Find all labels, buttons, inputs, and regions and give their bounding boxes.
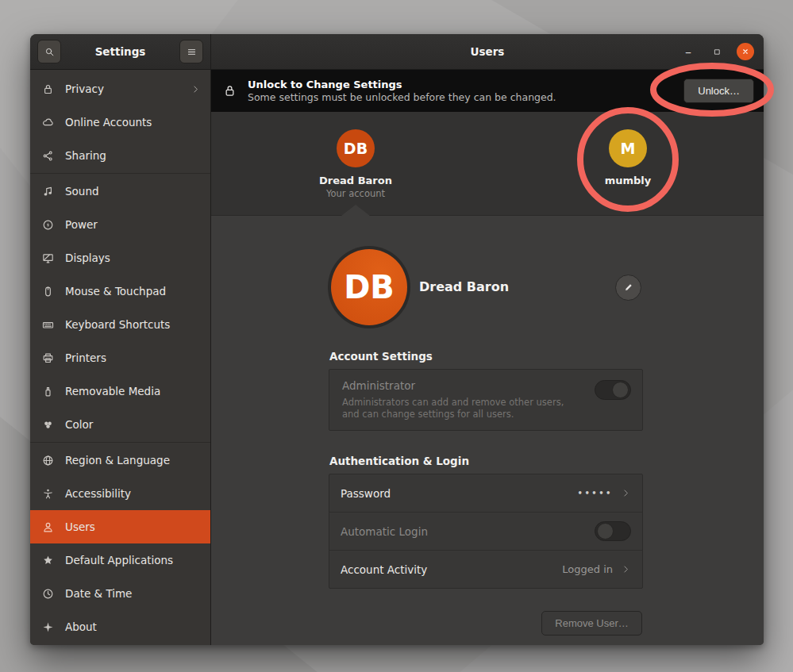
profile-name: Dread Baron [419,279,509,294]
lock-icon [41,83,55,96]
remove-user-button[interactable]: Remove User… [541,611,642,636]
lock-icon [222,83,237,98]
password-value: ••••• [578,489,613,497]
chevron-right-icon [191,84,201,94]
clock-icon [41,587,55,601]
sidebar-item-label: Accessibility [65,487,131,500]
star-icon [41,554,55,567]
hamburger-icon [186,46,198,58]
avatar: DB [337,129,375,167]
profile-avatar-button[interactable]: DB [328,246,410,328]
avatar: M [609,129,647,167]
person-icon [41,520,55,534]
sidebar-item-printers[interactable]: Printers [30,341,210,374]
users-panel: DB Dread Baron Account Settings Administ… [211,216,764,645]
keyboard-icon [41,318,55,332]
flash-drive-icon [41,385,55,398]
sidebar-item-accessibility[interactable]: Accessibility [30,477,210,510]
unlock-button[interactable]: Unlock… [683,79,754,103]
display-icon [41,252,55,265]
user-name: mumbly [605,175,652,186]
sidebar-item-label: Date & Time [65,587,132,600]
power-icon [41,218,55,232]
sidebar-item-label: Default Applications [65,554,173,566]
mouse-icon [41,285,55,298]
user-note: Your account [326,188,385,199]
sidebar-item-label: Sharing [65,149,106,162]
sidebar-item-label: Printers [65,351,106,364]
automatic-login-toggle[interactable] [595,521,631,541]
sidebar-item-sharing[interactable]: Sharing [30,139,210,172]
account-activity-row[interactable]: Account Activity Logged in [329,550,642,588]
password-label: Password [341,487,391,500]
printer-icon [41,351,55,365]
main-headerbar: Users – [211,34,764,70]
sidebar-item-label: Power [65,218,98,231]
sidebar-headerbar: Settings [30,34,211,70]
sidebar-item-privacy[interactable]: Privacy [30,72,210,106]
sidebar-item-online-accounts[interactable]: Online Accounts [30,106,210,139]
sidebar-item-label: Mouse & Touchpad [65,285,166,298]
sidebar-item-mouse-touchpad[interactable]: Mouse & Touchpad [30,275,210,308]
search-button[interactable] [37,40,61,63]
cloud-icon [41,116,55,129]
sidebar-separator [30,442,210,443]
sparkle-icon [41,620,55,634]
sidebar-item-sound[interactable]: Sound [30,175,210,208]
sidebar-item-date-time[interactable]: Date & Time [30,577,210,610]
settings-window: Settings Users – Privacy Online Accounts [30,34,764,645]
account-settings-heading: Account Settings [329,350,433,363]
sidebar-item-label: Online Accounts [65,116,152,129]
pencil-icon [622,282,634,294]
sidebar-item-about[interactable]: About [30,610,210,643]
sidebar-item-region-language[interactable]: Region & Language [30,444,210,477]
administrator-row: Administrator Administrators can add and… [329,369,643,431]
color-circles-icon [41,418,55,432]
banner-subtitle: Some settings must be unlocked before th… [248,91,556,104]
chevron-right-icon [621,488,631,498]
sidebar-item-label: Color [65,418,93,431]
banner-title: Unlock to Change Settings [248,78,556,91]
authentication-card: Password ••••• Automatic Login Account A… [329,474,643,589]
sidebar-item-label: About [65,620,97,633]
globe-icon [41,454,55,467]
chevron-right-icon [621,564,631,574]
carousel-user-dread-baron[interactable]: DB Dread Baron Your account [296,129,415,199]
administrator-toggle[interactable] [595,380,631,400]
sidebar-item-label: Keyboard Shortcuts [65,318,170,331]
sidebar-item-users[interactable]: Users [30,510,210,543]
sidebar-item-default-applications[interactable]: Default Applications [30,543,210,577]
automatic-login-row: Automatic Login [329,512,642,550]
edit-name-button[interactable] [615,275,641,301]
sidebar-separator [30,173,210,174]
sidebar-item-label: Displays [65,252,110,264]
avatar: DB [331,249,407,325]
accessibility-icon [41,487,55,501]
sidebar-item-keyboard-shortcuts[interactable]: Keyboard Shortcuts [30,308,210,341]
sidebar-item-power[interactable]: Power [30,208,210,241]
account-activity-value: Logged in [562,563,613,575]
sidebar-item-label: Removable Media [65,385,160,397]
maximize-icon [712,47,722,57]
menu-button[interactable] [179,40,203,63]
maximize-button[interactable] [708,43,726,60]
carousel-user-mumbly[interactable]: M mumbly [568,129,687,186]
sidebar-item-label: Users [65,520,95,533]
password-row[interactable]: Password ••••• [329,474,642,512]
sidebar-item-label: Region & Language [65,454,170,467]
toggle-knob [597,523,614,540]
close-icon [741,47,750,56]
administrator-label: Administrator [342,379,629,392]
selected-user-pointer [341,205,370,216]
search-icon [44,46,56,58]
close-button[interactable] [737,43,754,60]
minimize-button[interactable]: – [679,43,697,60]
sidebar-item-removable-media[interactable]: Removable Media [30,374,210,408]
sidebar-item-displays[interactable]: Displays [30,241,210,275]
music-note-icon [41,185,55,198]
toggle-knob [612,382,629,398]
automatic-login-label: Automatic Login [341,525,428,538]
sidebar-item-color[interactable]: Color [30,408,210,441]
sidebar-item-label: Sound [65,185,99,198]
sidebar: Privacy Online Accounts Sharing Sound Po… [30,70,211,645]
